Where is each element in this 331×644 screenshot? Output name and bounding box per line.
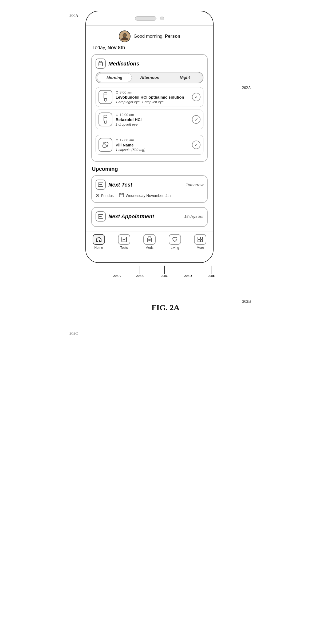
med-info-3: ⊙ 12.00 am Pill Name 1 capsule (500 mg)	[116, 138, 189, 152]
svg-rect-27	[200, 240, 203, 242]
clock-icon-1: ⊙	[116, 90, 119, 94]
med-dosage-3: 1 capsule (500 mg)	[116, 148, 189, 152]
test-date-label: Wednesday November, 4th	[126, 193, 171, 198]
upcoming-title: Upcoming	[91, 166, 208, 172]
meds-icon-wrap[interactable]	[143, 234, 156, 245]
next-appt-title: Next Appointment	[108, 214, 154, 220]
clock-icon-3: ⊙	[116, 138, 119, 142]
annotation-208b: 208B	[136, 274, 144, 278]
annotation-208a: 208A	[113, 274, 121, 278]
nav-tests[interactable]: Tests	[111, 234, 137, 250]
med-item-1: ⊙ 8.00 am Levobunolol HCl opthalmic solu…	[96, 87, 203, 107]
phone-notch	[86, 11, 213, 26]
more-icon-wrap[interactable]	[194, 234, 206, 245]
svg-rect-6	[104, 93, 107, 99]
medications-card: Medications Morning Afternoon Night	[91, 54, 208, 162]
svg-rect-13	[119, 193, 124, 197]
medications-title: Medications	[108, 61, 139, 67]
medications-icon	[96, 59, 106, 69]
svg-rect-26	[198, 240, 200, 242]
figure-label: FIG. 2A	[152, 303, 180, 312]
nav-home[interactable]: Home	[86, 234, 111, 250]
next-test-title: Next Test	[108, 182, 132, 188]
greeting-text: Good morning, Person	[134, 34, 180, 39]
svg-line-11	[103, 143, 108, 147]
next-test-card: Next Test Tomorrow ⊙ Fundus	[91, 175, 208, 203]
next-appt-icon	[96, 211, 106, 222]
med-info-1: ⊙ 8.00 am Levobunolol HCl opthalmic solu…	[116, 90, 189, 104]
avatar	[119, 30, 131, 42]
test-date-item: Wednesday November, 4th	[119, 192, 171, 199]
annotation-202b: 202B	[242, 299, 251, 304]
nav-more[interactable]: More	[188, 234, 213, 250]
med-dosage-2: 1 drop left eye.	[116, 122, 189, 126]
next-appt-left: Next Appointment	[96, 211, 154, 222]
bottom-nav: Home Tests	[86, 231, 213, 254]
annotation-208c: 208C	[161, 274, 168, 278]
med-dosage-1: 1 drop right eye, 1 drop left eye.	[116, 100, 189, 104]
tab-afternoon[interactable]: Afternoon	[132, 73, 167, 82]
med-name-2: Betaxolol HCl	[116, 117, 189, 122]
time-tabs[interactable]: Morning Afternoon Night	[96, 72, 203, 83]
notch-pill	[135, 16, 156, 21]
med-time-3: ⊙ 12.00 am	[116, 138, 189, 142]
med-icon-pill	[98, 138, 112, 152]
phone-frame: Good morning, Person Today, Nov 8th	[85, 11, 214, 263]
phone-content: Good morning, Person Today, Nov 8th	[86, 26, 213, 227]
next-test-when: Tomorrow	[186, 183, 203, 187]
greeting-row: Good morning, Person	[91, 30, 208, 42]
annotation-202c: 202C	[69, 331, 78, 336]
med-time-2: ⊙ 12.00 am	[116, 113, 189, 117]
date-value: Nov 8th	[108, 45, 125, 50]
date-prefix: Today,	[92, 45, 108, 50]
med-icon-drops-2	[98, 112, 112, 126]
annotation-208d: 208D	[184, 274, 192, 278]
nav-living-label: Living	[171, 246, 179, 250]
med-check-1[interactable]: ✓	[192, 93, 200, 101]
notch-camera	[160, 17, 164, 20]
nav-home-label: Home	[94, 246, 103, 250]
greeting-prefix: Good morning,	[134, 34, 165, 39]
tab-morning[interactable]: Morning	[97, 73, 132, 82]
living-icon-wrap[interactable]	[169, 234, 181, 245]
next-test-header: Next Test Tomorrow	[96, 180, 203, 190]
next-appt-header: Next Appointment 18 days left	[96, 211, 203, 222]
med-divider	[96, 132, 203, 132]
med-item-2: ⊙ 12.00 am Betaxolol HCl 1 drop left eye…	[96, 110, 203, 129]
svg-rect-25	[200, 237, 203, 239]
annotation-202a: 202A	[242, 86, 251, 90]
appt-days-left: 18 days left	[184, 214, 203, 219]
svg-point-1	[121, 37, 128, 40]
test-details: ⊙ Fundus	[96, 192, 203, 199]
med-check-2[interactable]: ✓	[192, 115, 200, 124]
next-test-icon	[96, 180, 106, 190]
med-info-2: ⊙ 12.00 am Betaxolol HCl 1 drop left eye…	[116, 113, 189, 126]
svg-rect-8	[104, 115, 107, 121]
nav-tests-label: Tests	[120, 246, 128, 250]
medications-header: Medications	[96, 59, 203, 69]
calendar-icon	[119, 192, 124, 199]
nav-meds[interactable]: Meds	[137, 234, 162, 250]
nav-meds-label: Meds	[145, 246, 153, 250]
annotation-200a: 200A	[69, 13, 78, 18]
svg-point-0	[123, 33, 127, 37]
med-icon-drops-1	[98, 90, 112, 104]
clock-icon-2: ⊙	[116, 113, 119, 117]
med-item-3: ⊙ 12.00 am Pill Name 1 capsule (500 mg) …	[96, 135, 203, 155]
nav-more-label: More	[197, 246, 204, 250]
tests-icon-wrap[interactable]	[118, 234, 130, 245]
next-test-left: Next Test	[96, 180, 132, 190]
nav-living[interactable]: Living	[162, 234, 188, 250]
next-appointment-card: Next Appointment 18 days left	[91, 207, 208, 227]
test-type-item: ⊙ Fundus	[96, 193, 114, 198]
med-time-1: ⊙ 8.00 am	[116, 90, 189, 94]
tab-night[interactable]: Night	[168, 73, 202, 82]
greeting-name: Person	[165, 34, 180, 39]
eye-icon: ⊙	[96, 193, 99, 198]
home-icon-wrap[interactable]	[93, 234, 105, 245]
med-check-3[interactable]: ✓	[192, 141, 200, 149]
med-name-3: Pill Name	[116, 143, 189, 147]
date-row: Today, Nov 8th	[91, 45, 208, 51]
svg-rect-18	[122, 237, 127, 242]
svg-rect-24	[198, 237, 200, 239]
